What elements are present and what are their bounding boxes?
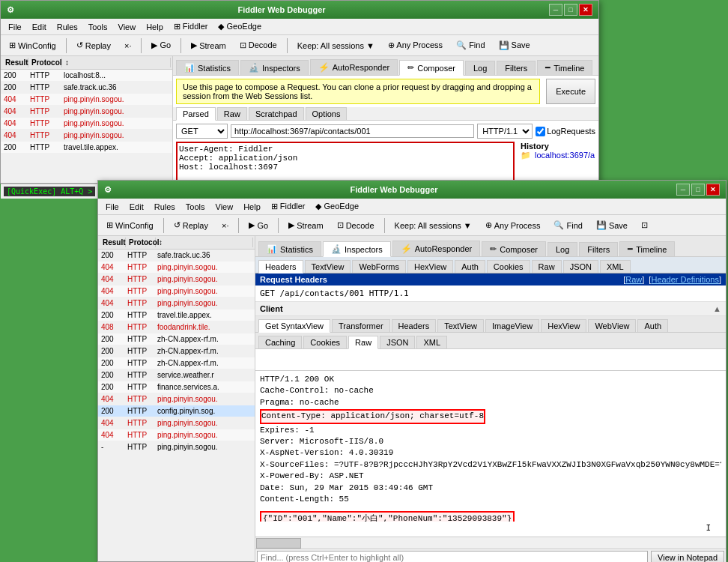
table-row[interactable]: 404 HTTP ping.pinyin.sogou.	[98, 274, 255, 285]
table-row[interactable]: 404 HTTP ping.pinyin.sogou.	[1, 118, 172, 130]
fg-find-btn[interactable]: 🔍 Find	[548, 218, 587, 232]
tab-filters[interactable]: Filters	[497, 61, 536, 75]
bg-menu-help[interactable]: Help	[142, 21, 168, 33]
bg-save-btn[interactable]: 💾 Save	[494, 38, 536, 52]
fg-tab-inspectors[interactable]: 🔬 Inspectors	[323, 241, 391, 257]
bg-menu-geoedge[interactable]: ◆ GeoEdge	[213, 20, 266, 33]
log-requests-label[interactable]: LogRequests	[536, 127, 595, 136]
table-row[interactable]: 200 HTTP safe.track.uc.36	[98, 250, 255, 262]
fg-menu-file[interactable]: File	[101, 201, 124, 213]
log-requests-checkbox[interactable]	[536, 127, 545, 136]
bg-menu-rules[interactable]: Rules	[52, 21, 82, 33]
scrollbar-thumb[interactable]	[256, 538, 301, 549]
sub-tab-options[interactable]: Options	[306, 107, 348, 120]
tab-composer[interactable]: ✏ Composer	[399, 60, 464, 76]
fg-save-btn[interactable]: 💾 Save	[591, 218, 633, 232]
fg-decode-btn[interactable]: ⊡ Decode	[332, 218, 380, 232]
fg-lower-imageview-tab[interactable]: ImageView	[485, 319, 539, 332]
fg-menu-geoedge[interactable]: ◆ GeoEdge	[311, 200, 363, 213]
fg-tab-log[interactable]: Log	[547, 242, 577, 256]
fg-menu-help[interactable]: Help	[239, 201, 265, 213]
fg-menu-view[interactable]: View	[211, 201, 238, 213]
fg-go-btn[interactable]: ▶ Go	[243, 218, 273, 232]
fg-process-btn[interactable]: ⊕ Any Process	[480, 218, 546, 232]
table-row[interactable]: 404 HTTP ping.pinyin.sogou.	[1, 130, 172, 142]
bg-go-btn[interactable]: ▶ Go	[146, 38, 176, 52]
fg-upper-json-tab[interactable]: JSON	[563, 260, 598, 273]
fg-menu-edit[interactable]: Edit	[125, 201, 148, 213]
fg-lower-auth-tab[interactable]: Auth	[637, 319, 668, 332]
fg-lower-webview-tab[interactable]: WebView	[588, 319, 636, 332]
fg-menu-rules[interactable]: Rules	[150, 201, 180, 213]
table-row[interactable]: 200 HTTP config.pinyin.sog.	[98, 405, 255, 417]
bg-decode-btn[interactable]: ⊡ Decode	[234, 38, 282, 52]
fg-replay-btn[interactable]: ↺ Replay	[169, 218, 213, 232]
table-row[interactable]: 404 HTTP ping.pinyin.sogou.	[98, 417, 255, 429]
execute-button[interactable]: Execute	[546, 79, 595, 104]
fg-stream-btn[interactable]: ▶ Stream	[283, 218, 328, 232]
fg-cookies-tab[interactable]: Cookies	[303, 336, 347, 348]
table-row[interactable]: 404 HTTP ping.pinyin.sogou.	[1, 106, 172, 118]
fg-tab-autoresponder[interactable]: ⚡ AutoResponder	[392, 241, 480, 256]
tab-timeline[interactable]: ━ Timeline	[537, 60, 592, 75]
bg-stream-btn[interactable]: ▶ Stream	[186, 38, 231, 52]
bg-process-btn[interactable]: ⊕ Any Process	[383, 38, 448, 52]
table-row[interactable]: 200 HTTP zh-CN.appex-rf.m.	[98, 333, 255, 345]
table-row[interactable]: 200 HTTP travel.tile.appex.	[1, 142, 172, 154]
raw-link[interactable]: Raw	[625, 275, 642, 284]
table-row[interactable]: 200 HTTP service.weather.r	[98, 369, 255, 381]
sub-tab-scratchpad[interactable]: Scratchpad	[249, 107, 304, 120]
fg-minimize-btn[interactable]: ─	[676, 184, 690, 196]
bg-x-btn[interactable]: ×·	[119, 39, 136, 52]
table-row[interactable]: 404 HTTP ping.pinyin.sogou.	[98, 262, 255, 274]
fg-keep-btn[interactable]: Keep: All sessions ▼	[389, 219, 477, 232]
fg-caching-tab[interactable]: Caching	[258, 336, 302, 348]
fg-json-tab[interactable]: JSON	[380, 336, 415, 348]
fg-tab-timeline[interactable]: ━ Timeline	[619, 241, 675, 256]
bg-menu-view[interactable]: View	[114, 21, 141, 33]
url-input[interactable]	[231, 124, 474, 138]
table-row[interactable]: 404 HTTP ping.pinyin.sogou.	[98, 297, 255, 309]
bg-menu-edit[interactable]: Edit	[28, 21, 51, 33]
table-row[interactable]: 200 HTTP zh-CN.appex-rf.m.	[98, 357, 255, 369]
table-row[interactable]: 404 HTTP ping.pinyin.sogou.	[98, 285, 255, 297]
table-row[interactable]: 408 HTTP foodandrink.tile.	[98, 321, 255, 333]
view-notepad-button[interactable]: View in Notepad	[651, 551, 724, 562]
bg-keep-btn[interactable]: Keep: All sessions ▼	[292, 39, 380, 52]
tab-autoresponder[interactable]: ⚡ AutoResponder	[310, 59, 398, 75]
fg-menu-fiddler[interactable]: ⊞ Fiddler	[267, 200, 310, 213]
fg-upper-raw-tab[interactable]: Raw	[532, 260, 562, 273]
fg-upper-hexview-tab[interactable]: HexView	[407, 260, 453, 273]
fg-extra-btn[interactable]: ⊡	[636, 218, 653, 232]
table-row[interactable]: 404 HTTP ping.pinyin.sogou.	[98, 429, 255, 441]
tab-statistics[interactable]: 📊 Statistics	[176, 60, 239, 75]
table-row[interactable]: 200 HTTP safe.track.uc.36	[1, 82, 172, 94]
sub-tab-raw[interactable]: Raw	[217, 107, 247, 120]
table-row[interactable]: 200 HTTP localhost:8...	[1, 70, 172, 82]
fg-close-btn[interactable]: ✕	[706, 184, 720, 196]
table-row[interactable]: 200 HTTP zh-CN.appex-rf.m.	[98, 345, 255, 357]
fg-menu-tools[interactable]: Tools	[181, 201, 210, 213]
fg-lower-headers-tab2[interactable]: Headers	[392, 319, 437, 332]
version-select[interactable]: HTTP/1.1	[477, 124, 533, 139]
table-row[interactable]: - HTTP ping.pinyin.sogou.	[98, 441, 255, 453]
find-input[interactable]	[257, 551, 648, 562]
bg-replay-btn[interactable]: ↺ Replay	[71, 38, 116, 52]
fg-upper-cookies-tab[interactable]: Cookies	[487, 260, 530, 273]
fg-window-controls[interactable]: ─ □ ✕	[676, 184, 720, 196]
tab-inspectors[interactable]: 🔬 Inspectors	[240, 60, 309, 75]
collapse-arrow[interactable]: ▲	[713, 304, 721, 313]
history-item[interactable]: 📁 localhost:3697/a	[521, 151, 595, 160]
fg-upper-headers-tab[interactable]: Headers	[258, 260, 303, 274]
fg-upper-textview-tab[interactable]: TextView	[305, 260, 351, 273]
bg-menu-fiddler[interactable]: ⊞ Fiddler	[169, 20, 213, 33]
table-row[interactable]: 200 HTTP finance.services.a.	[98, 381, 255, 393]
fg-lower-getsyntax-tab[interactable]: Get SyntaxView	[258, 319, 330, 333]
fg-upper-webforms-tab[interactable]: WebForms	[352, 260, 406, 273]
fg-lower-textview-tab[interactable]: TextView	[437, 319, 484, 332]
bg-winconfig-btn[interactable]: ⊞ WinConfig	[4, 38, 61, 52]
table-row[interactable]: 404 HTTP ping.pinyin.sogou.	[1, 94, 172, 106]
header-defs-link[interactable]: Header Definitions	[651, 275, 719, 284]
bg-close-btn[interactable]: ✕	[579, 4, 592, 16]
horizontal-scrollbar[interactable]	[255, 537, 726, 549]
